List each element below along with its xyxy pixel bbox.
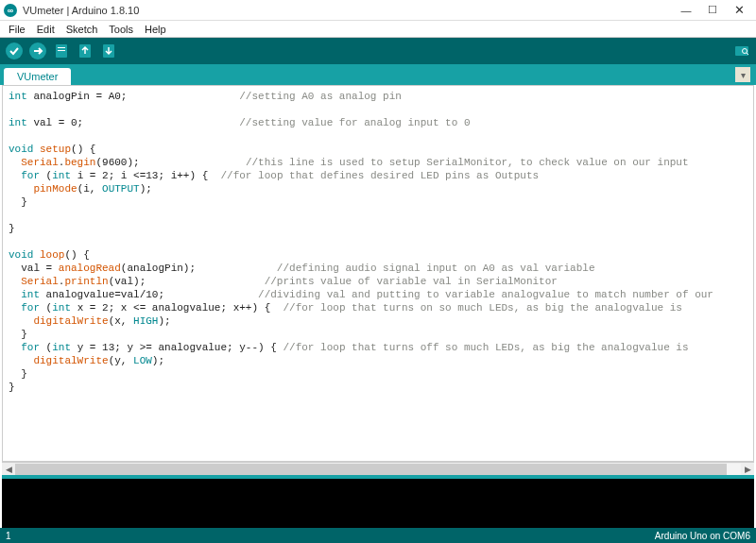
close-button[interactable]: ✕ [726, 2, 752, 19]
upload-button[interactable] [27, 41, 48, 61]
menu-sketch[interactable]: Sketch [61, 24, 103, 35]
svg-rect-3 [58, 47, 65, 48]
console-output[interactable] [2, 479, 754, 528]
minimize-button[interactable]: — [673, 2, 699, 19]
menu-tools[interactable]: Tools [104, 24, 138, 35]
scroll-track[interactable] [15, 464, 741, 475]
maximize-button[interactable]: ☐ [699, 2, 726, 19]
code-editor[interactable]: int analogPin = A0; //setting A0 as anal… [2, 85, 754, 462]
scroll-left-icon[interactable]: ◀ [2, 464, 15, 475]
status-board: Arduino Uno on COM6 [655, 531, 750, 541]
tab-menu-button[interactable]: ▾ [735, 67, 750, 82]
status-line: 1 [6, 531, 655, 541]
scroll-right-icon[interactable]: ▶ [741, 464, 754, 475]
horizontal-scrollbar[interactable]: ◀ ▶ [2, 462, 754, 475]
toolbar [0, 38, 756, 64]
titlebar: ∞ VUmeter | Arduino 1.8.10 — ☐ ✕ [0, 0, 756, 21]
svg-point-0 [6, 42, 23, 59]
save-button[interactable] [98, 41, 119, 61]
app-icon: ∞ [4, 4, 17, 17]
serial-monitor-button[interactable] [731, 41, 752, 61]
statusbar: 1 Arduino Uno on COM6 [0, 528, 756, 543]
new-button[interactable] [51, 41, 72, 61]
menu-help[interactable]: Help [140, 24, 171, 35]
svg-rect-4 [58, 50, 65, 51]
menubar: File Edit Sketch Tools Help [0, 21, 756, 38]
menu-edit[interactable]: Edit [32, 24, 60, 35]
scroll-thumb[interactable] [15, 464, 727, 475]
tabbar: VUmeter ▾ [0, 64, 756, 85]
code-content: int analogPin = A0; //setting A0 as anal… [9, 90, 747, 394]
window-controls: — ☐ ✕ [673, 2, 752, 19]
open-button[interactable] [75, 41, 95, 61]
window-title: VUmeter | Arduino 1.8.10 [23, 5, 673, 16]
tab-vumeter[interactable]: VUmeter [4, 68, 71, 85]
verify-button[interactable] [4, 41, 25, 61]
menu-file[interactable]: File [4, 24, 30, 35]
